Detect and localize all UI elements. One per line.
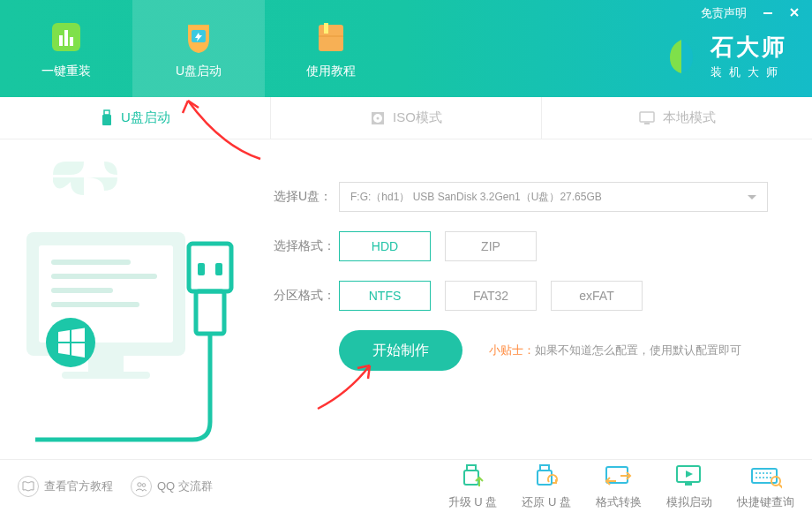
svg-rect-7 bbox=[319, 36, 343, 37]
book-open-icon bbox=[18, 476, 39, 497]
nav-label: U盘启动 bbox=[176, 64, 222, 79]
tool-label: 模拟启动 bbox=[666, 494, 712, 510]
svg-rect-27 bbox=[215, 263, 222, 275]
tool-hotkey-lookup[interactable]: 快捷键查询 bbox=[737, 463, 794, 510]
mode-tab-label: 本地模式 bbox=[663, 109, 716, 126]
svg-line-42 bbox=[779, 485, 782, 488]
mode-tab-iso[interactable]: ISO模式 bbox=[271, 97, 542, 139]
header: 一键重装 U盘启动 使用教程 免责声明 石大师 装机大 bbox=[0, 0, 812, 97]
nav-usb-boot[interactable]: U盘启动 bbox=[132, 0, 265, 97]
format-label: 选择格式： bbox=[274, 238, 339, 254]
row-select-disk: 选择U盘： F:G:（hd1） USB SanDisk 3.2Gen1（U盘）2… bbox=[274, 182, 768, 212]
svg-rect-34 bbox=[538, 471, 552, 485]
svg-rect-21 bbox=[51, 302, 139, 307]
users-icon bbox=[131, 476, 152, 497]
svg-rect-2 bbox=[64, 30, 68, 46]
svg-point-30 bbox=[142, 483, 146, 486]
footer: 查看官方教程 QQ 交流群 升级 U 盘 还原 U 盘 格式转换 模拟 bbox=[0, 459, 812, 512]
tip-label: 小贴士： bbox=[489, 343, 535, 357]
usb-up-icon bbox=[457, 463, 489, 491]
form-area: 选择U盘： F:G:（hd1） USB SanDisk 3.2Gen1（U盘）2… bbox=[265, 139, 812, 459]
disk-label: 选择U盘： bbox=[274, 189, 339, 205]
app-window: 一键重装 U盘启动 使用教程 免责声明 石大师 装机大 bbox=[0, 0, 812, 512]
format-opt-zip[interactable]: ZIP bbox=[445, 231, 537, 261]
link-official-tutorial[interactable]: 查看官方教程 bbox=[18, 476, 113, 497]
close-button[interactable] bbox=[789, 7, 800, 20]
iso-icon bbox=[370, 110, 386, 126]
monitor-icon bbox=[638, 110, 656, 126]
svg-rect-19 bbox=[51, 274, 157, 279]
link-qq-group[interactable]: QQ 交流群 bbox=[131, 476, 213, 497]
svg-rect-9 bbox=[104, 110, 109, 115]
usb-refresh-icon bbox=[530, 463, 562, 491]
footer-link-label: 查看官方教程 bbox=[44, 478, 113, 494]
book-icon bbox=[312, 18, 350, 56]
partition-opt-exfat[interactable]: exFAT bbox=[551, 281, 643, 311]
tool-format-convert[interactable]: 格式转换 bbox=[596, 463, 642, 510]
svg-rect-32 bbox=[464, 471, 478, 485]
nav-reinstall[interactable]: 一键重装 bbox=[0, 0, 132, 97]
svg-rect-25 bbox=[189, 244, 231, 291]
svg-rect-18 bbox=[51, 260, 131, 265]
svg-rect-5 bbox=[319, 25, 343, 51]
svg-rect-1 bbox=[59, 35, 63, 46]
svg-rect-15 bbox=[644, 123, 650, 124]
partition-label: 分区格式： bbox=[274, 288, 339, 304]
svg-rect-38 bbox=[752, 469, 777, 483]
usb-icon bbox=[100, 109, 114, 127]
format-opt-hdd[interactable]: HDD bbox=[339, 231, 431, 261]
disk-select[interactable]: F:G:（hd1） USB SanDisk 3.2Gen1（U盘）27.65GB bbox=[339, 182, 768, 212]
partition-opt-ntfs[interactable]: NTFS bbox=[339, 281, 431, 311]
start-button[interactable]: 开始制作 bbox=[339, 330, 462, 371]
tool-label: 快捷键查询 bbox=[737, 494, 794, 510]
action-row: 开始制作 小贴士：如果不知道怎么配置，使用默认配置即可 bbox=[339, 330, 768, 371]
brand-subtitle: 装机大师 bbox=[710, 64, 787, 80]
row-format: 选择格式： HDD ZIP bbox=[274, 231, 768, 261]
tool-label: 升级 U 盘 bbox=[448, 494, 498, 510]
svg-rect-20 bbox=[51, 288, 113, 293]
svg-rect-10 bbox=[102, 115, 111, 125]
tool-restore-usb[interactable]: 还原 U 盘 bbox=[522, 463, 571, 510]
row-partition: 分区格式： NTFS FAT32 exFAT bbox=[274, 281, 768, 311]
brand-logo-icon bbox=[661, 36, 702, 77]
svg-rect-23 bbox=[62, 372, 150, 379]
usb-shield-icon bbox=[179, 18, 218, 56]
bar-chart-icon bbox=[47, 18, 86, 56]
mode-tabs: U盘启动 ISO模式 本地模式 bbox=[0, 97, 812, 139]
svg-rect-14 bbox=[640, 112, 654, 122]
partition-opt-fat32[interactable]: FAT32 bbox=[445, 281, 537, 311]
brand-title: 石大师 bbox=[710, 32, 787, 63]
brand: 石大师 装机大师 bbox=[661, 28, 812, 80]
svg-rect-26 bbox=[198, 263, 205, 275]
svg-rect-22 bbox=[88, 356, 124, 372]
svg-rect-8 bbox=[763, 12, 772, 14]
svg-rect-37 bbox=[685, 483, 692, 486]
svg-point-13 bbox=[377, 117, 380, 119]
disk-value: F:G:（hd1） USB SanDisk 3.2Gen1（U盘）27.65GB bbox=[350, 190, 602, 205]
disclaimer-link[interactable]: 免责声明 bbox=[701, 5, 747, 21]
mode-tab-label: ISO模式 bbox=[393, 109, 442, 126]
tool-simulate-boot[interactable]: 模拟启动 bbox=[666, 463, 712, 510]
svg-rect-3 bbox=[70, 37, 73, 46]
tool-upgrade-usb[interactable]: 升级 U 盘 bbox=[448, 463, 498, 510]
nav-tutorial[interactable]: 使用教程 bbox=[265, 0, 397, 97]
tool-label: 格式转换 bbox=[596, 494, 642, 510]
svg-rect-28 bbox=[196, 291, 224, 334]
usb-illustration-icon bbox=[0, 139, 265, 459]
keyboard-search-icon bbox=[750, 463, 782, 491]
mode-tab-label: U盘启动 bbox=[121, 109, 170, 126]
footer-link-label: QQ 交流群 bbox=[157, 478, 213, 494]
header-right: 免责声明 石大师 装机大师 bbox=[661, 0, 812, 97]
mode-tab-usb[interactable]: U盘启动 bbox=[0, 97, 271, 139]
play-monitor-icon bbox=[673, 463, 705, 491]
tip-text: 如果不知道怎么配置，使用默认配置即可 bbox=[535, 343, 741, 357]
window-controls: 免责声明 bbox=[661, 0, 812, 21]
tool-label: 还原 U 盘 bbox=[522, 494, 571, 510]
nav-label: 使用教程 bbox=[306, 64, 356, 79]
convert-icon bbox=[603, 463, 635, 491]
mode-tab-local[interactable]: 本地模式 bbox=[542, 97, 812, 139]
illustration bbox=[0, 139, 265, 459]
minimize-button[interactable] bbox=[763, 7, 773, 20]
content: 选择U盘： F:G:（hd1） USB SanDisk 3.2Gen1（U盘）2… bbox=[0, 139, 812, 459]
svg-point-24 bbox=[46, 318, 95, 367]
